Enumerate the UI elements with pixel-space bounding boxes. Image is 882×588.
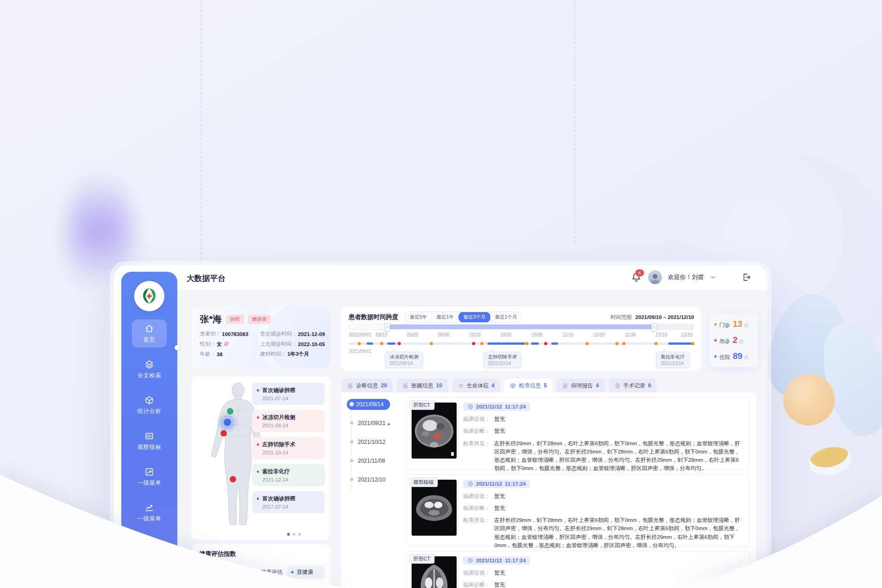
body-event-item: 首次确诊肺癌2017-07-14 bbox=[252, 491, 325, 513]
body-map-card: 首次确诊肺癌2021-07-14冰冻切片检测2021-09-14左肺切除手术20… bbox=[192, 376, 330, 540]
report-field: 临床诊断：暂无 bbox=[463, 427, 744, 435]
tab-诊断信息[interactable]: 诊断信息20 bbox=[341, 379, 393, 392]
field-value: 暂无 bbox=[494, 492, 505, 500]
event-dot bbox=[481, 342, 484, 345]
event-segment bbox=[668, 342, 692, 345]
event-segment bbox=[531, 342, 539, 345]
event-dot bbox=[430, 342, 433, 345]
timeline-axis: 2021/09/0109/1009/2009/3010/1010/2010/30… bbox=[349, 332, 694, 339]
event-dot bbox=[472, 342, 475, 345]
sidebar-item-观察指标[interactable]: 观察指标 bbox=[132, 427, 167, 455]
event-bullet bbox=[257, 470, 259, 473]
report-body: 2021/11/1211:17:24临床症状：暂无临床诊断：暂无检查所见：左肝长… bbox=[463, 556, 744, 588]
sidebar-item-一级菜单[interactable]: 一级菜单 bbox=[132, 534, 167, 562]
field-value: 左肝长径29mm，剑下28mm，右叶上界第6肋间，肋下0mm，包膜光整，形态规则… bbox=[494, 516, 744, 549]
health-gauge: 50.4 bbox=[196, 559, 256, 588]
female-search-icon[interactable] bbox=[224, 341, 230, 347]
event-dot bbox=[615, 342, 618, 345]
sidebar-item-全文检索[interactable]: 全文检索 bbox=[132, 355, 167, 383]
stat-bullet bbox=[714, 339, 717, 342]
scan-thumbnail[interactable]: 腹部核磁 bbox=[412, 480, 457, 536]
tab-label: 病理报告 bbox=[571, 382, 593, 390]
event-dot bbox=[526, 342, 529, 345]
sidebar-item-首页[interactable]: 首页 bbox=[132, 319, 167, 347]
range-button[interactable]: 最近1年 bbox=[431, 312, 458, 322]
field-label: 临床症状： bbox=[463, 415, 494, 423]
notification-bell-button[interactable]: 5 bbox=[630, 271, 642, 283]
pager-dot[interactable] bbox=[293, 533, 295, 536]
diagnosis-tag: 肺癌 bbox=[226, 315, 244, 324]
event-bullet bbox=[257, 498, 259, 500]
tab-病理报告[interactable]: 病理报告4 bbox=[556, 379, 605, 392]
visit-date-item[interactable]: 2021/09/14 bbox=[347, 399, 390, 410]
event-bullet bbox=[257, 389, 259, 392]
tab-count: 4 bbox=[596, 382, 599, 389]
value-bullet bbox=[291, 571, 294, 573]
scan-thumbnail[interactable]: 肝部CT bbox=[412, 556, 457, 588]
axis-tick: 11/30 bbox=[625, 332, 636, 337]
timeline-card: 患者数据时间跨度 最近5年最近1年最近3个月最近1个月 时间范围 2021/09… bbox=[341, 307, 701, 371]
tab-手术记录[interactable]: 手术记录6 bbox=[609, 379, 657, 392]
tab-检查信息[interactable]: 检查信息5 bbox=[504, 379, 553, 392]
tab-count: 20 bbox=[381, 382, 387, 389]
axis-tick: 2021/09/01 bbox=[349, 332, 372, 337]
event-dot bbox=[544, 342, 547, 345]
timeline-tooltips: 2021/09/01 冰冻切片检测2021/09/14左肺切除手术2021/10… bbox=[349, 347, 694, 369]
tab-count: 5 bbox=[543, 382, 547, 389]
field-label: 建档时间： bbox=[260, 351, 287, 358]
avatar[interactable] bbox=[648, 270, 662, 284]
scan-thumbnail[interactable]: 肝部CT bbox=[412, 403, 457, 459]
sidebar-item-label: 一级菜单 bbox=[137, 551, 161, 559]
report-body: 2021/11/1211:17:24临床症状：暂无临床诊断：暂无检查所见：左肝长… bbox=[463, 480, 744, 542]
visit-date-item[interactable]: 2021/10/12 bbox=[348, 439, 404, 445]
visit-date-item[interactable]: 2021/11/08 bbox=[348, 458, 404, 464]
doc-icon bbox=[144, 538, 154, 549]
tab-生命体征[interactable]: 生命体征4 bbox=[452, 379, 501, 392]
slider-track-left bbox=[349, 325, 387, 329]
hospital-logo bbox=[134, 281, 164, 311]
sidebar-item-一级菜单[interactable]: 一级菜单 bbox=[132, 463, 167, 491]
event-title: 左肺切除手术 bbox=[257, 441, 320, 448]
app-window: 大数据平台 5 欢迎你！刘霞 bbox=[114, 265, 767, 588]
field-label: 检查所见： bbox=[463, 439, 494, 473]
field-value: 2021-12-09 bbox=[298, 331, 325, 337]
range-button[interactable]: 最近1个月 bbox=[490, 312, 522, 322]
date-dot bbox=[350, 459, 353, 462]
exam-icon bbox=[510, 383, 516, 389]
event-segment bbox=[551, 342, 558, 345]
pager-dot[interactable] bbox=[298, 533, 301, 536]
pager-dot[interactable] bbox=[287, 533, 290, 536]
report-time: 11:17:24 bbox=[505, 404, 526, 409]
slider-handle-right[interactable] bbox=[651, 323, 657, 331]
visit-date-item[interactable]: 2021/12/10 bbox=[348, 476, 404, 483]
field-label: 年龄： bbox=[200, 351, 216, 358]
notification-badge: 5 bbox=[635, 269, 644, 276]
stat-value: 89 bbox=[733, 351, 742, 361]
slider-handle-left[interactable] bbox=[384, 323, 390, 331]
patient-field: 建档时间：1年3个月 bbox=[260, 351, 325, 358]
event-title-text: 冰冻切片检测 bbox=[262, 414, 295, 421]
tab-医嘱信息[interactable]: 医嘱信息10 bbox=[396, 379, 448, 392]
time-range-slider[interactable] bbox=[349, 324, 694, 330]
health-row: 平均值60.5 bbox=[260, 585, 325, 588]
track-start-label: 2021/09/01 bbox=[349, 349, 372, 354]
field-value: 暂无 bbox=[494, 427, 505, 435]
date-dot bbox=[350, 478, 353, 481]
body-event-item: 左肺切除手术2021-10-14 bbox=[252, 437, 325, 459]
logout-icon[interactable] bbox=[741, 272, 752, 282]
cube-icon bbox=[144, 395, 154, 405]
event-title-text: 首次确诊肺癌 bbox=[262, 386, 295, 394]
range-button[interactable]: 最近5年 bbox=[405, 312, 431, 322]
field-value: 38 bbox=[217, 352, 223, 357]
tooltip-title: 冰冻切片检测 bbox=[390, 354, 418, 360]
tooltip-title: 左肺切除手术 bbox=[488, 354, 517, 360]
visit-date-item[interactable]: 2021/09/21▲ bbox=[348, 420, 404, 426]
range-button[interactable]: 最近3个月 bbox=[458, 312, 491, 323]
home-icon bbox=[144, 324, 154, 334]
warning-icon: ▲ bbox=[387, 421, 391, 426]
sidebar-item-统计分析[interactable]: 统计分析 bbox=[132, 391, 167, 419]
event-segment bbox=[487, 342, 525, 345]
clock-icon bbox=[468, 481, 473, 487]
chevron-down-icon[interactable] bbox=[710, 274, 716, 280]
sidebar-item-一级菜单[interactable]: 一级菜单 bbox=[132, 498, 167, 526]
